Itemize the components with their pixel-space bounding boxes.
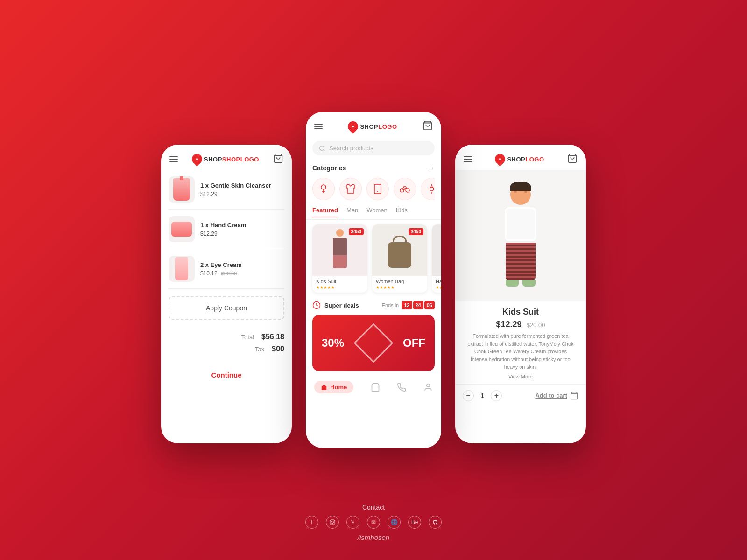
cart-items-list: 1 x Gentle Skin Cleanser $12.29 1 x Hand… [161, 170, 292, 289]
product-detail-image [455, 170, 586, 301]
product-cart-button[interactable] [567, 153, 578, 165]
product-description: Formulated with pure fermented green tea… [463, 332, 578, 371]
qty-increase-button[interactable]: + [491, 390, 502, 401]
tab-kids[interactable]: Kids [396, 207, 408, 217]
add-to-cart-button[interactable]: Add to cart [535, 392, 578, 400]
product-cards-list: $450 Kids Suit ★★★★★ $450 Women Bag ★★★★… [306, 220, 441, 297]
category-icons-list [312, 178, 435, 200]
cart-item-price: $12.29 [200, 231, 284, 237]
social-instagram[interactable] [326, 516, 339, 529]
home-logo: SHOPLOGO [348, 121, 397, 132]
tab-women[interactable]: Women [366, 207, 388, 217]
nav-profile[interactable] [423, 383, 433, 392]
search-bar[interactable]: Search products [312, 141, 435, 155]
hamburger-menu[interactable] [169, 156, 178, 162]
home-logo-text: SHOPLOGO [360, 123, 397, 130]
kid-figure [505, 184, 536, 287]
banner-off: OFF [403, 336, 425, 350]
kid-shirt [507, 209, 535, 239]
product-hamburger-menu[interactable] [464, 156, 472, 162]
tab-featured[interactable]: Featured [312, 207, 338, 217]
tube-illustration [175, 257, 188, 280]
nav-location-icon [397, 383, 406, 392]
product-card-name: Kids Suit [316, 279, 364, 284]
home-phone: SHOPLOGO Search products Categories → [306, 112, 441, 448]
social-behance[interactable]: Bē [408, 516, 421, 529]
timer-icon [312, 301, 321, 309]
svg-rect-15 [330, 520, 335, 525]
add-to-cart-icon [570, 392, 578, 400]
product-card-info-handbag: Handbag ★★★★★ [432, 276, 441, 293]
footer-contact-label: Contact [305, 504, 442, 511]
apply-coupon-button[interactable]: Apply Coupon [169, 296, 284, 320]
timer-hours: 12 [402, 301, 412, 309]
category-clothing[interactable] [339, 178, 362, 200]
category-cycling[interactable] [394, 178, 416, 200]
product-actions: − 1 + Add to cart [455, 384, 586, 407]
product-card-suit[interactable]: $450 Kids Suit ★★★★★ [312, 224, 367, 293]
featured-tabs: Featured Men Women Kids [306, 202, 441, 220]
product-card-name-bag: Women Bag [376, 279, 423, 284]
categories-arrow-icon[interactable]: → [427, 164, 435, 172]
kid-cheek-left [514, 191, 517, 193]
product-detail-price: $12.29 [496, 320, 522, 329]
qty-value: 1 [480, 392, 484, 399]
svg-point-7 [406, 189, 409, 192]
category-beauty[interactable] [312, 178, 335, 200]
social-mail[interactable]: ✉ [367, 516, 380, 529]
svg-point-9 [431, 186, 433, 188]
social-globe[interactable]: 🌐 [388, 516, 401, 529]
home-logo-tag-icon [346, 119, 360, 133]
super-deals-label: Super deals [324, 302, 359, 309]
cleanser-illustration [173, 178, 190, 201]
home-cart-button[interactable] [423, 120, 433, 133]
categories-title: Categories [312, 164, 346, 172]
cart-item-details-tube: 2 x Eye Cream $10.12 $20.00 [200, 261, 284, 277]
cart-item-name: 1 x Hand Cream [200, 222, 284, 229]
view-more-link[interactable]: View More [463, 374, 578, 379]
home-header: SHOPLOGO [306, 112, 441, 137]
category-toys[interactable] [421, 178, 435, 200]
kid-shoes [506, 280, 536, 287]
home-nav-active: Home [314, 381, 353, 393]
product-card-name-handbag: Handbag [436, 279, 441, 284]
social-github[interactable] [429, 516, 442, 529]
qty-decrease-button[interactable]: − [463, 390, 474, 401]
nav-location[interactable] [397, 383, 406, 392]
product-card-image-handbag: $350 [432, 224, 441, 276]
cart-totals: Total $56.18 Tax $00 [161, 327, 292, 359]
kid-shoe-right [522, 280, 536, 287]
footer-brand: /ismhosen [305, 533, 442, 541]
category-electronics[interactable] [366, 178, 389, 200]
product-card-bag[interactable]: $450 Women Bag ★★★★★ [372, 224, 427, 293]
social-facebook[interactable]: f [305, 516, 318, 529]
cream-illustration [171, 222, 192, 237]
product-stars-handbag: ★★★★★ [436, 285, 441, 290]
cart-item-price: $12.29 [200, 191, 284, 197]
home-hamburger-menu[interactable] [314, 124, 323, 129]
home-icon [321, 384, 327, 391]
product-card-handbag[interactable]: $350 Handbag ★★★★★ [432, 224, 441, 293]
cart-item-image-cream [169, 216, 195, 242]
cart-icon-button[interactable] [273, 153, 283, 165]
categories-section: Categories → [306, 159, 441, 202]
nav-cart-icon [371, 383, 380, 392]
continue-button[interactable]: Continue [169, 364, 284, 386]
cart-total-row: Total $56.18 [169, 331, 284, 343]
cart-item-image-tube [169, 256, 195, 282]
qty-label: 1 x [200, 182, 211, 189]
product-detail-prices: $12.29 $20.00 [463, 320, 578, 329]
social-twitter[interactable]: 𝕏 [346, 516, 359, 529]
search-icon [319, 145, 325, 152]
product-card-image-suit: $450 [312, 224, 367, 276]
cart-item-old-price: $20.00 [221, 271, 237, 276]
tax-label: Tax [255, 346, 264, 353]
tab-men[interactable]: Men [346, 207, 358, 217]
categories-header: Categories → [312, 164, 435, 172]
timer-seconds: 06 [424, 301, 435, 309]
banner-percent: 30% [322, 337, 344, 349]
product-logo-tag-icon [493, 152, 507, 166]
nav-cart[interactable] [371, 383, 380, 392]
product-detail-name: Kids Suit [463, 307, 578, 317]
nav-home[interactable]: Home [314, 381, 353, 393]
